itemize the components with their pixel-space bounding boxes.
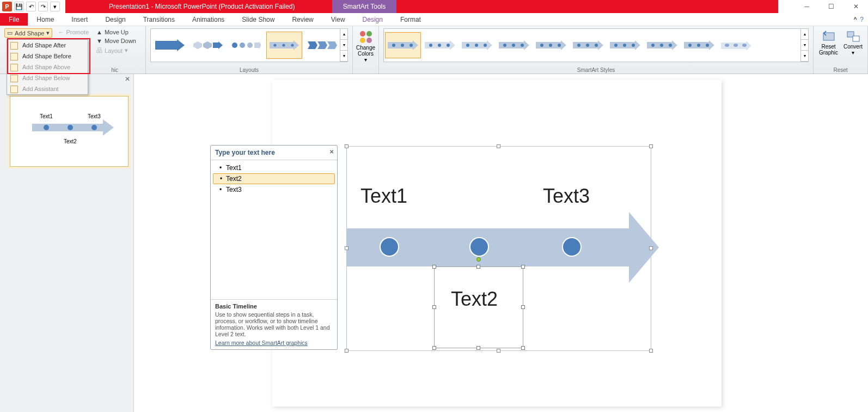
- text-pane-item-2[interactable]: Text2: [213, 173, 335, 184]
- frame-handle[interactable]: [649, 144, 653, 148]
- qat-more-icon[interactable]: ▾: [50, 2, 60, 11]
- text-pane-list[interactable]: Text1 Text2 Text3: [211, 160, 337, 299]
- svg-point-25: [438, 44, 441, 47]
- style-option-1[interactable]: [385, 32, 421, 58]
- style-option-2[interactable]: [422, 32, 458, 58]
- frame-handle[interactable]: [497, 144, 500, 148]
- style-option-9[interactable]: [681, 32, 717, 58]
- layout-option-1[interactable]: [152, 32, 188, 59]
- tab-review[interactable]: Review: [283, 13, 322, 26]
- save-icon[interactable]: 💾: [14, 2, 24, 11]
- resize-handle-n[interactable]: [476, 265, 480, 269]
- style-option-10[interactable]: [718, 32, 754, 58]
- svg-point-22: [409, 44, 413, 47]
- resize-handle-ne[interactable]: [521, 265, 525, 269]
- resize-handle-e[interactable]: [521, 305, 525, 309]
- style-option-3[interactable]: [459, 32, 495, 58]
- style-option-5[interactable]: [533, 32, 569, 58]
- frame-handle[interactable]: [345, 349, 349, 353]
- frame-handle[interactable]: [649, 246, 653, 250]
- resize-handle-nw[interactable]: [432, 265, 436, 269]
- spinner-more-icon[interactable]: ▾: [340, 51, 347, 62]
- layouts-gallery[interactable]: ▴▾▾: [150, 28, 348, 62]
- tab-insert[interactable]: Insert: [63, 13, 96, 26]
- canvas-area[interactable]: Type your text here ✕ Text1 Text2 Text3 …: [134, 74, 868, 412]
- menu-add-shape-before[interactable]: Add Shape Before: [7, 51, 88, 62]
- panel-close-icon[interactable]: ✕: [125, 75, 130, 83]
- resize-handle-se[interactable]: [521, 346, 525, 350]
- add-shape-button[interactable]: ▭ Add Shape ▾: [4, 28, 52, 38]
- spinner-down-icon[interactable]: ▾: [801, 40, 808, 51]
- text-pane-item-3[interactable]: Text3: [213, 184, 335, 195]
- style-option-8[interactable]: [644, 32, 680, 58]
- svg-point-17: [360, 38, 365, 43]
- text-pane-item-1[interactable]: Text1: [213, 162, 335, 173]
- tab-smartart-design[interactable]: Design: [354, 13, 392, 26]
- spinner-up-icon[interactable]: ▴: [340, 29, 347, 40]
- styles-spinner[interactable]: ▴▾▾: [800, 29, 808, 62]
- tab-file[interactable]: File: [0, 13, 28, 26]
- arrow-head[interactable]: [629, 212, 659, 283]
- smartart-text-1[interactable]: Text1: [360, 185, 407, 208]
- resize-handle-s[interactable]: [476, 346, 480, 350]
- rotation-handle[interactable]: [476, 257, 481, 262]
- layout-option-3[interactable]: [228, 32, 264, 59]
- minimize-button[interactable]: ─: [794, 0, 819, 13]
- style-option-6[interactable]: [570, 32, 606, 58]
- styles-gallery[interactable]: ▴▾▾: [383, 28, 809, 62]
- frame-handle[interactable]: [345, 246, 349, 250]
- layout-option-2[interactable]: [190, 32, 226, 59]
- menu-label: Add Assistant: [22, 86, 59, 92]
- tab-transitions[interactable]: Transitions: [135, 13, 184, 26]
- style-option-7[interactable]: [607, 32, 643, 58]
- timeline-dot-2[interactable]: [469, 237, 489, 257]
- slide-panel: ✕ 1 Text1 Text3 Text2: [0, 74, 134, 412]
- smartart-text-3[interactable]: Text3: [543, 185, 590, 208]
- undo-icon[interactable]: ↶: [26, 2, 36, 11]
- minimize-ribbon-icon[interactable]: ^: [854, 13, 857, 26]
- svg-point-5: [240, 43, 245, 48]
- slide-thumbnail-1[interactable]: 1 Text1 Text3 Text2: [10, 96, 129, 167]
- frame-handle[interactable]: [649, 349, 653, 353]
- tab-slideshow[interactable]: Slide Show: [233, 13, 283, 26]
- menu-add-shape-after[interactable]: Add Shape After: [7, 40, 88, 51]
- frame-handle[interactable]: [497, 349, 500, 353]
- timeline-dot-3[interactable]: [562, 237, 582, 257]
- tab-view[interactable]: View: [322, 13, 354, 26]
- redo-icon[interactable]: ↷: [38, 2, 48, 11]
- resize-handle-w[interactable]: [432, 305, 436, 309]
- convert-button[interactable]: Convert ▾: [842, 28, 864, 57]
- change-colors-button[interactable]: Change Colors ▾: [357, 28, 374, 64]
- tab-animations[interactable]: Animations: [184, 13, 233, 26]
- style-option-4[interactable]: [496, 32, 532, 58]
- move-down-button[interactable]: ▼ Move Down: [94, 37, 138, 45]
- reset-graphic-button[interactable]: Reset Graphic: [818, 28, 839, 57]
- smartart-graphic[interactable]: Text1 Text3 Text2: [346, 146, 651, 351]
- move-up-button[interactable]: ▲ Move Up: [94, 28, 138, 36]
- group-change-colors: Change Colors ▾: [353, 26, 379, 74]
- layout-option-4[interactable]: [266, 32, 302, 59]
- learn-more-link[interactable]: Learn more about SmartArt graphics: [215, 340, 308, 346]
- svg-marker-7: [254, 41, 261, 49]
- ribbon: ▭ Add Shape ▾ Add Shape After Add Shape …: [0, 26, 868, 74]
- smartart-text-2[interactable]: Text2: [451, 288, 498, 311]
- text-pane-close-icon[interactable]: ✕: [329, 149, 334, 155]
- layout-option-5[interactable]: [304, 32, 340, 59]
- tab-design[interactable]: Design: [96, 13, 134, 26]
- frame-handle[interactable]: [345, 144, 349, 148]
- help-icon[interactable]: ?: [860, 13, 864, 26]
- svg-point-24: [429, 44, 432, 47]
- svg-point-28: [466, 44, 469, 47]
- gallery-spinner[interactable]: ▴▾▾: [340, 29, 347, 62]
- spinner-up-icon[interactable]: ▴: [801, 29, 808, 40]
- spinner-more-icon[interactable]: ▾: [801, 51, 808, 62]
- close-button[interactable]: ✕: [843, 0, 868, 13]
- timeline-dot-1[interactable]: [380, 237, 399, 257]
- maximize-button[interactable]: ☐: [819, 0, 843, 13]
- selection-box[interactable]: Text2: [434, 266, 523, 348]
- tab-home[interactable]: Home: [28, 13, 63, 26]
- tab-format[interactable]: Format: [392, 13, 430, 26]
- app-icon[interactable]: P: [2, 2, 12, 11]
- spinner-down-icon[interactable]: ▾: [340, 40, 347, 51]
- resize-handle-sw[interactable]: [432, 346, 436, 350]
